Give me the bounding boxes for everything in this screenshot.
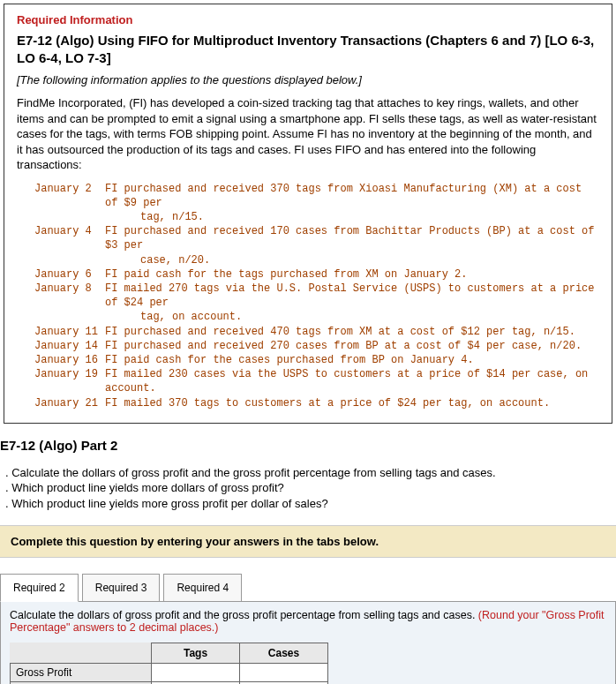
- complete-instruction-bar: Complete this question by entering your …: [0, 525, 616, 558]
- tx-date: January 16: [34, 353, 105, 367]
- row-label-gross-profit: Gross Profit: [11, 664, 152, 682]
- tab-content: Calculate the dollars of gross profit an…: [0, 602, 616, 684]
- answer-table: Tags Cases Gross Profit Gross Profit Per…: [10, 643, 328, 684]
- tx-date: January 21: [34, 396, 105, 410]
- tx-date: January 8: [34, 282, 105, 310]
- scenario-paragraph: FindMe Incorporated, (FI) has developed …: [17, 95, 599, 173]
- tabs-row: Required 2 Required 3 Required 4: [0, 574, 616, 602]
- input-cases-gross-profit[interactable]: [240, 664, 328, 682]
- tx-cont: tag, n/15.: [34, 210, 599, 224]
- tx-date: January 4: [34, 224, 105, 252]
- tx-date: January 2: [34, 182, 105, 210]
- tx-body: FI mailed 370 tags to customers at a pri…: [105, 396, 599, 410]
- tab-required-2[interactable]: Required 2: [0, 574, 79, 602]
- col-header-tags: Tags: [152, 643, 240, 664]
- col-header-cases: Cases: [240, 643, 328, 664]
- input-tags-gross-profit[interactable]: [152, 664, 240, 682]
- tx-body: FI paid cash for the cases purchased fro…: [105, 353, 599, 367]
- instr-text: Calculate the dollars of gross profit an…: [10, 609, 478, 621]
- tx-date: January 19: [34, 367, 105, 395]
- tx-date: January 14: [34, 339, 105, 353]
- question-list: . Calculate the dollars of gross profit …: [5, 465, 616, 512]
- tab-instruction: Calculate the dollars of gross profit an…: [10, 609, 606, 634]
- tx-cont: tag, on account.: [34, 310, 599, 324]
- tx-body: FI purchased and received 170 cases from…: [105, 224, 599, 252]
- tx-cont: case, n/20.: [34, 253, 599, 267]
- part-title: E7-12 (Algo) Part 2: [0, 438, 616, 453]
- question-2: . Which product line yields more dollars…: [5, 480, 616, 496]
- applies-note: [The following information applies to th…: [17, 73, 599, 86]
- tx-body: FI mailed 230 cases via the USPS to cust…: [105, 367, 599, 395]
- required-info-heading: Required Information: [17, 13, 599, 26]
- tab-required-4[interactable]: Required 4: [163, 574, 242, 601]
- tx-body: FI purchased and received 470 tags from …: [105, 325, 599, 339]
- question-3: . Which product line yields more gross p…: [5, 496, 616, 512]
- tab-required-3[interactable]: Required 3: [82, 574, 161, 601]
- exercise-title: E7-12 (Algo) Using FIFO for Multiproduct…: [17, 32, 599, 66]
- tx-body: FI purchased and received 370 tags from …: [105, 182, 599, 210]
- tx-body: FI paid cash for the tags purchased from…: [105, 267, 599, 282]
- info-card: Required Information E7-12 (Algo) Using …: [4, 4, 612, 424]
- tx-date: January 11: [34, 325, 105, 339]
- tx-body: FI mailed 270 tags via the U.S. Postal S…: [105, 282, 599, 310]
- transactions-block: January 2FI purchased and received 370 t…: [17, 182, 599, 410]
- question-1: . Calculate the dollars of gross profit …: [5, 465, 616, 481]
- tx-body: FI purchased and received 270 cases from…: [105, 339, 599, 353]
- tx-date: January 6: [34, 267, 105, 282]
